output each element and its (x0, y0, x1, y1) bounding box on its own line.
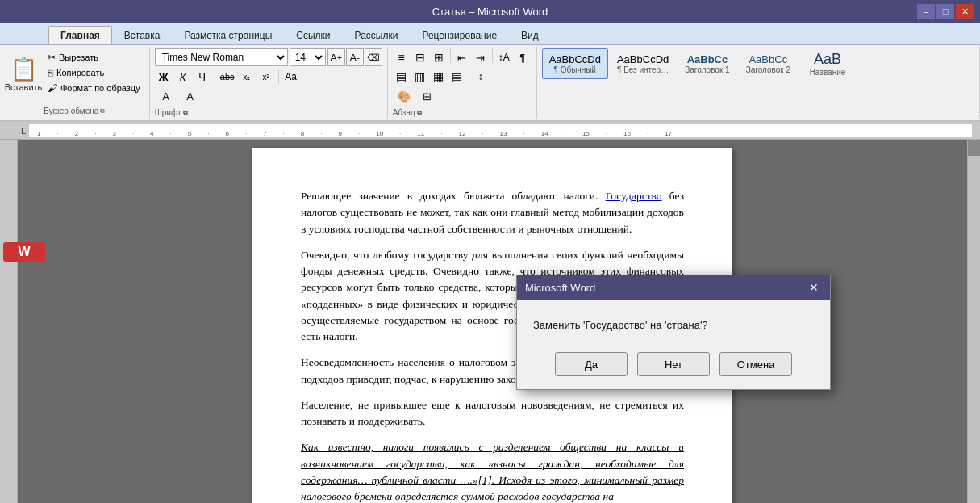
style-normal-label: ¶ Обычный (554, 65, 596, 74)
office-button[interactable]: W (3, 242, 45, 262)
style-nospace-preview: AaBbCcDd (617, 53, 669, 65)
dialog-close-button[interactable]: ✕ (806, 280, 822, 295)
dialog-yes-button[interactable]: Да (555, 352, 628, 376)
style-h1-preview: AaBbCc (687, 53, 728, 65)
style-h2-preview: AaBbCc (749, 53, 787, 65)
paragraph-1: Решающее значение в доходах бюджета обла… (301, 188, 684, 237)
style-h1-button[interactable]: AaBbCc Заголовок 1 (678, 48, 736, 79)
align-center-button[interactable]: ▥ (411, 68, 429, 86)
close-button[interactable]: ✕ (956, 4, 974, 19)
style-h1-label: Заголовок 1 (685, 65, 729, 74)
dialog-buttons: Да Нет Отмена (517, 344, 830, 389)
sort-button[interactable]: ↕A (495, 48, 513, 66)
highlight-button[interactable]: A (155, 87, 177, 105)
clipboard-small-buttons: ✂ Вырезать ⎘ Копировать 🖌 Формат по обра… (44, 48, 144, 95)
dialog-box: Microsoft Word ✕ Заменить 'Государство' … (516, 275, 831, 390)
list-bullets-button[interactable]: ≡ (393, 48, 411, 66)
main-area: Решающее значение в доходах бюджета обла… (0, 140, 980, 503)
format-separator2 (278, 69, 279, 84)
decrease-indent-button[interactable]: ⇤ (453, 48, 471, 66)
minimize-button[interactable]: – (917, 4, 935, 19)
italic-button[interactable]: К (174, 68, 192, 86)
p1-before: Решающее значение в доходах бюджета обла… (301, 190, 606, 202)
para-expand-icon[interactable]: ⧉ (417, 109, 422, 117)
maximize-button[interactable]: □ (936, 4, 954, 19)
copy-button[interactable]: ⎘ Копировать (44, 65, 144, 80)
ruler-corner[interactable]: L (18, 126, 29, 136)
increase-indent-button[interactable]: ⇥ (472, 48, 490, 66)
tab-layout[interactable]: Разметка страницы (172, 26, 284, 44)
case-button[interactable]: Aa (282, 68, 300, 86)
dialog-title-bar: Microsoft Word ✕ (517, 275, 830, 300)
align-justify-button[interactable]: ▤ (448, 68, 466, 86)
app-title: Статья – Microsoft Word (432, 6, 548, 18)
clipboard-expand-icon[interactable]: ⧉ (100, 107, 105, 115)
tab-review[interactable]: Рецензирование (410, 26, 509, 44)
paragraph-group: ≡ ⊟ ⊞ ⇤ ⇥ ↕A ¶ ▤ ▥ ▦ ▤ ↕ 🎨 ⊞ Абзац ⧉ (388, 47, 537, 119)
format-separator (215, 69, 215, 84)
para-group-footer: Абзац ⧉ (393, 108, 532, 117)
line-spacing-button[interactable]: ↕ (472, 68, 490, 86)
ribbon: 📋 Вставить ✂ Вырезать ⎘ Копировать 🖌 Фор… (0, 45, 980, 122)
p5-text: Как известно, налоги появились с разделе… (301, 441, 684, 502)
fill-color-button[interactable]: 🎨 (393, 87, 415, 105)
style-title-button[interactable]: AaB Название (799, 48, 856, 79)
dialog-title: Microsoft Word (525, 282, 595, 294)
style-h2-label: Заголовок 2 (746, 65, 790, 74)
style-h2-button[interactable]: AaBbCc Заголовок 2 (739, 48, 798, 79)
clear-format-button[interactable]: ⌫ (365, 48, 382, 66)
cut-button[interactable]: ✂ Вырезать (44, 50, 144, 65)
font-color-button[interactable]: A (179, 87, 202, 105)
increase-font-button[interactable]: A+ (327, 48, 345, 66)
list-outline-button[interactable]: ⊞ (430, 48, 448, 66)
style-title-preview: AaB (814, 51, 841, 68)
list-numbered-button[interactable]: ⊟ (411, 48, 429, 66)
dialog-message: Заменить 'Государство' на 'страна'? (533, 319, 708, 331)
clipboard-label: Буфер обмена ⧉ (44, 107, 105, 117)
style-nospace-label: ¶ Без интер… (617, 65, 669, 74)
font-group-footer: Шрифт ⧉ (155, 108, 382, 117)
ruler-inner: 1·2·3·4·5·6·7·8·9·10·11·12·13·14·15·16·1… (29, 124, 972, 137)
underline-button[interactable]: Ч (194, 68, 211, 86)
style-nospace-button[interactable]: AaBbCcDd ¶ Без интер… (610, 48, 676, 79)
p1-highlighted-word: Государство (606, 190, 662, 202)
title-controls: – □ ✕ (917, 4, 974, 19)
paste-button[interactable]: 📋 Вставить (5, 48, 42, 99)
style-normal-button[interactable]: AaBbCcDd ¶ Обычный (542, 48, 608, 79)
align-right-button[interactable]: ▦ (430, 68, 448, 86)
dialog-no-button[interactable]: Нет (637, 352, 710, 376)
font-name-select[interactable]: Times New Roman (155, 48, 288, 66)
subscript-button[interactable]: x₂ (238, 68, 256, 86)
copy-icon: ⎘ (48, 67, 53, 78)
font-expand-icon[interactable]: ⧉ (183, 109, 188, 117)
dialog-body: Заменить 'Государство' на 'страна'? (517, 300, 830, 344)
scroll-thumb[interactable] (968, 140, 980, 156)
scissors-icon: ✂ (48, 52, 56, 63)
strikethrough-button[interactable]: аbc (219, 68, 236, 86)
title-bar: Статья – Microsoft Word – □ ✕ (0, 0, 980, 23)
font-size-select[interactable]: 14 (290, 48, 326, 66)
styles-group: AaBbCcDd ¶ Обычный AaBbCcDd ¶ Без интер…… (537, 47, 980, 119)
dialog-cancel-button[interactable]: Отмена (719, 352, 792, 376)
style-title-label: Название (810, 68, 846, 77)
format-painter-icon: 🖌 (48, 82, 57, 94)
superscript-button[interactable]: x² (257, 68, 275, 86)
paste-icon: 📋 (10, 56, 38, 82)
bold-button[interactable]: Ж (155, 68, 173, 86)
ruler-marks: 1·2·3·4·5·6·7·8·9·10·11·12·13·14·15·16·1… (29, 124, 680, 137)
p4-text: Население, не привыкшее еще к налоговым … (301, 399, 684, 427)
tab-mail[interactable]: Рассылки (343, 26, 411, 44)
tab-view[interactable]: Вид (509, 26, 551, 44)
tab-links[interactable]: Ссылки (284, 26, 342, 44)
tab-main[interactable]: Главная (48, 26, 112, 44)
decrease-font-button[interactable]: A- (346, 48, 364, 66)
scroll-bar[interactable] (967, 140, 980, 503)
font-group: Times New Roman 14 A+ A- ⌫ Ж К Ч аbc x₂ … (150, 47, 388, 119)
borders-button[interactable]: ⊞ (416, 87, 439, 105)
clipboard-group: 📋 Вставить ✂ Вырезать ⎘ Копировать 🖌 Фор… (0, 47, 150, 119)
format-painter-button[interactable]: 🖌 Формат по образцу (44, 81, 144, 95)
show-marks-button[interactable]: ¶ (514, 48, 532, 66)
ruler: L 1·2·3·4·5·6·7·8·9·10·11·12·13·14·15·16… (0, 122, 980, 140)
tab-insert[interactable]: Вставка (112, 26, 173, 44)
align-left-button[interactable]: ▤ (393, 68, 411, 86)
